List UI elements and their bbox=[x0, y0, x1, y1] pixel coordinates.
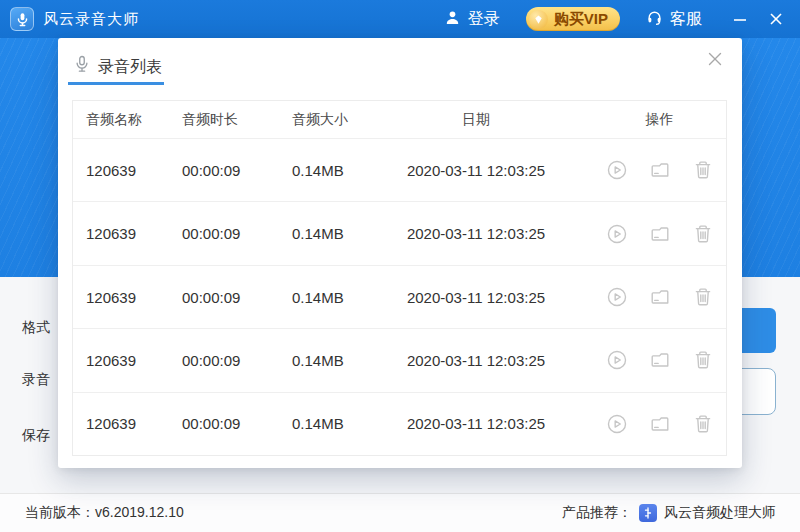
open-folder-icon[interactable] bbox=[649, 159, 671, 181]
cell-audio-name: 120639 bbox=[73, 352, 176, 369]
headset-icon bbox=[646, 9, 663, 30]
cell-date: 2020-03-11 12:03:25 bbox=[391, 225, 561, 242]
delete-trash-icon[interactable] bbox=[692, 286, 714, 308]
settings-label-save: 保存 bbox=[22, 427, 50, 445]
recording-table: 音频名称 音频时长 音频大小 日期 操作 120639 00:00:09 0.1… bbox=[72, 100, 727, 456]
play-icon[interactable] bbox=[606, 286, 628, 308]
delete-trash-icon[interactable] bbox=[692, 223, 714, 245]
play-icon[interactable] bbox=[606, 413, 628, 435]
titlebar: 风云录音大师 登录 购买VIP bbox=[0, 0, 800, 38]
promo-product-name: 风云音频处理大师 bbox=[664, 504, 776, 522]
active-tab-underline bbox=[68, 82, 164, 85]
app-title: 风云录音大师 bbox=[43, 10, 139, 29]
table-row: 120639 00:00:09 0.14MB 2020-03-11 12:03:… bbox=[73, 328, 726, 391]
cell-audio-duration: 00:00:09 bbox=[176, 415, 286, 432]
delete-trash-icon[interactable] bbox=[692, 349, 714, 371]
header-audio-duration: 音频时长 bbox=[176, 111, 286, 129]
window-close-button[interactable] bbox=[768, 11, 784, 27]
table-row: 120639 00:00:09 0.14MB 2020-03-11 12:03:… bbox=[73, 138, 726, 201]
cell-audio-size: 0.14MB bbox=[286, 352, 391, 369]
open-folder-icon[interactable] bbox=[649, 223, 671, 245]
open-folder-icon[interactable] bbox=[649, 286, 671, 308]
play-icon[interactable] bbox=[606, 349, 628, 371]
cell-audio-name: 120639 bbox=[73, 225, 176, 242]
cell-date: 2020-03-11 12:03:25 bbox=[391, 162, 561, 179]
cell-audio-duration: 00:00:09 bbox=[176, 225, 286, 242]
microphone-icon bbox=[73, 55, 91, 77]
play-icon[interactable] bbox=[606, 223, 628, 245]
product-recommendation-link[interactable]: 产品推荐： 风云音频处理大师 bbox=[562, 504, 776, 522]
app-logo-microphone-icon bbox=[10, 7, 34, 31]
diamond-icon bbox=[529, 10, 548, 29]
recording-list-dialog: 录音列表 音频名称 音频时长 音频大小 日期 操作 120639 00:00:0… bbox=[58, 38, 742, 468]
cell-date: 2020-03-11 12:03:25 bbox=[391, 289, 561, 306]
cell-audio-size: 0.14MB bbox=[286, 289, 391, 306]
recommended-app-icon bbox=[639, 504, 657, 522]
window-minimize-button[interactable] bbox=[732, 11, 748, 27]
play-icon[interactable] bbox=[606, 159, 628, 181]
buy-vip-button[interactable]: 购买VIP bbox=[526, 7, 620, 31]
version-text: 当前版本：v6.2019.12.10 bbox=[25, 504, 184, 522]
settings-label-record: 录音 bbox=[22, 371, 50, 389]
status-bar: 当前版本：v6.2019.12.10 产品推荐： 风云音频处理大师 bbox=[0, 493, 800, 532]
titlebar-actions: 登录 购买VIP bbox=[444, 0, 784, 38]
buy-vip-label: 购买VIP bbox=[554, 10, 608, 29]
open-folder-icon[interactable] bbox=[649, 349, 671, 371]
delete-trash-icon[interactable] bbox=[692, 413, 714, 435]
table-row: 120639 00:00:09 0.14MB 2020-03-11 12:03:… bbox=[73, 265, 726, 328]
settings-label-format: 格式 bbox=[22, 319, 50, 337]
promo-label: 产品推荐： bbox=[562, 504, 632, 522]
cell-audio-size: 0.14MB bbox=[286, 225, 391, 242]
cell-date: 2020-03-11 12:03:25 bbox=[391, 352, 561, 369]
table-row: 120639 00:00:09 0.14MB 2020-03-11 12:03:… bbox=[73, 201, 726, 264]
header-date: 日期 bbox=[391, 111, 561, 129]
login-button[interactable]: 登录 bbox=[444, 9, 500, 30]
login-label: 登录 bbox=[468, 9, 500, 30]
cell-audio-name: 120639 bbox=[73, 415, 176, 432]
cell-audio-name: 120639 bbox=[73, 162, 176, 179]
customer-service-label: 客服 bbox=[670, 9, 702, 30]
header-actions: 操作 bbox=[561, 111, 726, 129]
table-row: 120639 00:00:09 0.14MB 2020-03-11 12:03:… bbox=[73, 392, 726, 455]
cell-audio-duration: 00:00:09 bbox=[176, 289, 286, 306]
app-window: 风云录音大师 登录 购买VIP bbox=[0, 0, 800, 532]
cell-audio-size: 0.14MB bbox=[286, 162, 391, 179]
user-icon bbox=[444, 9, 461, 30]
tab-recording-list[interactable]: 录音列表 bbox=[98, 57, 162, 78]
dialog-close-icon[interactable] bbox=[706, 50, 724, 68]
cell-audio-name: 120639 bbox=[73, 289, 176, 306]
cell-audio-duration: 00:00:09 bbox=[176, 162, 286, 179]
delete-trash-icon[interactable] bbox=[692, 159, 714, 181]
header-audio-name: 音频名称 bbox=[73, 111, 176, 129]
table-header-row: 音频名称 音频时长 音频大小 日期 操作 bbox=[73, 101, 726, 138]
cell-audio-duration: 00:00:09 bbox=[176, 352, 286, 369]
cell-date: 2020-03-11 12:03:25 bbox=[391, 415, 561, 432]
customer-service-button[interactable]: 客服 bbox=[646, 9, 702, 30]
header-audio-size: 音频大小 bbox=[286, 111, 391, 129]
open-folder-icon[interactable] bbox=[649, 413, 671, 435]
cell-audio-size: 0.14MB bbox=[286, 415, 391, 432]
